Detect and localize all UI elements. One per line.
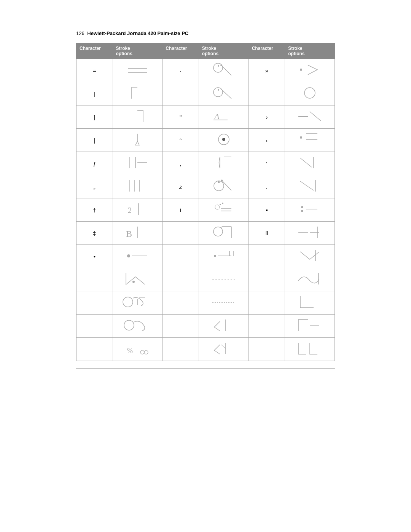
stroke-cell: [199, 268, 249, 291]
stroke-cell: [285, 129, 335, 152]
table-row: | ° ‹: [76, 129, 335, 152]
svg-line-9: [221, 89, 231, 99]
svg-text:2: 2: [128, 206, 132, 214]
table-row: = · »: [76, 59, 335, 82]
svg-point-67: [123, 297, 133, 307]
char-cell: •: [76, 245, 113, 268]
char-cell: [249, 245, 285, 268]
stroke-cell: [285, 152, 335, 175]
table-row: [76, 268, 335, 291]
stroke-cell: [199, 175, 249, 198]
char-cell: [249, 315, 285, 338]
char-cell: [162, 268, 199, 291]
char-cell: ": [162, 105, 199, 129]
stroke-cell: [113, 268, 162, 291]
character-table: Character Strokeoptions Character Stroke…: [76, 43, 335, 361]
stroke-cell: [285, 82, 335, 105]
stroke-cell: [285, 291, 335, 315]
char-cell: [: [76, 82, 113, 105]
char-cell: [76, 291, 113, 315]
svg-point-40: [215, 205, 220, 209]
char-cell: [249, 338, 285, 361]
svg-point-8: [218, 89, 219, 91]
table-row: %: [76, 338, 335, 361]
table-row: † 2 i ▪: [76, 198, 335, 222]
stroke-cell: [113, 129, 162, 152]
char-cell: †: [76, 198, 113, 222]
char-cell: =: [76, 59, 113, 82]
svg-point-46: [301, 210, 303, 212]
stroke-cell: [113, 291, 162, 315]
table-row: [76, 315, 335, 338]
char-cell: ›: [249, 105, 285, 129]
svg-point-42: [222, 203, 223, 204]
page-divider: [76, 368, 335, 369]
stroke-cell: A: [199, 105, 249, 129]
stroke-cell: [113, 315, 162, 338]
char-cell: ‹: [249, 129, 285, 152]
stroke-cell: [285, 222, 335, 245]
table-row: ƒ ‚ ‛: [76, 152, 335, 175]
char-cell: [76, 315, 113, 338]
stroke-cell: %: [113, 338, 162, 361]
char-cell: [162, 222, 199, 245]
svg-point-6: [300, 69, 302, 71]
svg-line-14: [310, 112, 321, 121]
char-cell: ‡: [76, 222, 113, 245]
book-title: Hewlett-Packard Jornada 420 Palm-size PC: [87, 30, 188, 36]
char-cell: |: [76, 129, 113, 152]
stroke-cell: [285, 198, 335, 222]
col-header-char3: Character: [249, 43, 285, 59]
char-cell: ‚: [162, 152, 199, 175]
stroke-cell: 2: [113, 198, 162, 222]
char-cell: [162, 315, 199, 338]
svg-line-35: [222, 181, 231, 190]
col-header-char1: Character: [76, 43, 113, 59]
stroke-cell: [199, 222, 249, 245]
char-cell: i: [162, 198, 199, 222]
stroke-cell: [199, 245, 249, 268]
svg-point-76: [144, 350, 148, 354]
char-cell: ]: [76, 105, 113, 129]
stroke-cell: [285, 338, 335, 361]
stroke-cell: [285, 268, 335, 291]
svg-point-3: [218, 65, 219, 67]
stroke-cell: [199, 152, 249, 175]
char-cell: °: [162, 129, 199, 152]
svg-line-36: [300, 181, 314, 190]
table-row: „ ż .: [76, 175, 335, 198]
svg-point-10: [304, 88, 315, 98]
svg-point-59: [214, 255, 216, 257]
svg-point-64: [132, 281, 135, 283]
table-row: [: [76, 82, 335, 105]
page-header: 126 Hewlett-Packard Jornada 420 Palm-siz…: [76, 30, 335, 36]
svg-point-57: [127, 254, 130, 257]
col-header-char2: Character: [162, 43, 199, 59]
table-header-row: Character Strokeoptions Character Stroke…: [76, 43, 335, 59]
svg-text:%: %: [127, 347, 133, 355]
table-row: ] " A ›: [76, 105, 335, 129]
stroke-cell: [113, 105, 162, 129]
col-header-stroke3: Strokeoptions: [285, 43, 335, 59]
svg-point-19: [300, 136, 302, 139]
stroke-cell: [113, 152, 162, 175]
page-container: 126 Hewlett-Packard Jornada 420 Palm-siz…: [76, 30, 335, 369]
char-cell: [162, 291, 199, 315]
stroke-cell: [199, 59, 249, 82]
stroke-cell: [199, 315, 249, 338]
stroke-cell: [285, 59, 335, 82]
stroke-cell: [199, 129, 249, 152]
svg-line-5: [221, 65, 231, 75]
svg-line-27: [300, 158, 312, 167]
col-header-stroke1: Strokeoptions: [113, 43, 162, 59]
stroke-cell: [285, 105, 335, 129]
char-cell: [249, 291, 285, 315]
char-cell: .: [249, 175, 285, 198]
char-cell: [76, 268, 113, 291]
svg-point-50: [213, 227, 223, 236]
char-cell: ż: [162, 175, 199, 198]
svg-point-45: [301, 206, 303, 208]
svg-point-41: [220, 204, 221, 205]
svg-point-71: [124, 320, 134, 330]
svg-marker-16: [135, 141, 139, 145]
